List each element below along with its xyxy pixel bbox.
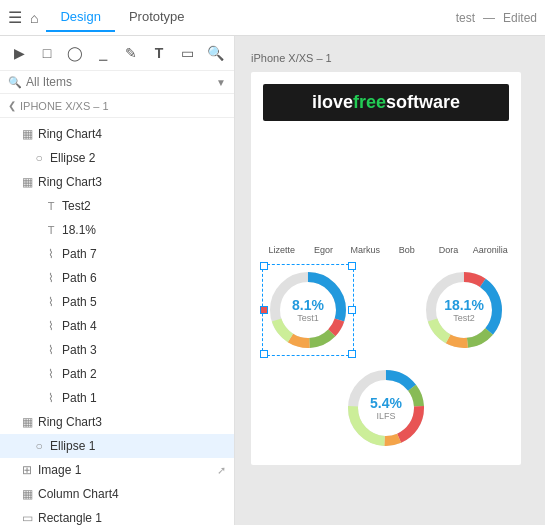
donut-1[interactable]: 8.1% Test1 (263, 265, 353, 355)
logo-free: free (353, 92, 386, 112)
project-name: test (456, 11, 475, 25)
artboard-tool[interactable]: ▭ (176, 42, 198, 64)
donut-1-center: 8.1% Test1 (292, 297, 324, 323)
layer-item-column-chart4[interactable]: ▦ Column Chart4 (0, 482, 234, 506)
layer-label: Path 2 (62, 367, 226, 381)
home-icon[interactable]: ⌂ (30, 10, 38, 26)
breadcrumb: ❮ IPHONE X/XS – 1 (0, 94, 234, 118)
layer-type-icon: ▦ (20, 127, 34, 141)
layer-item-image1[interactable]: ⊞ Image 1 ➚ (0, 458, 234, 482)
layer-type-icon: ⊞ (20, 463, 34, 477)
handle-br[interactable] (348, 350, 356, 358)
donut-2-pct: 18.1% (444, 297, 484, 313)
separator: — (483, 11, 495, 25)
donuts-row-1: 8.1% Test1 18.1% (263, 265, 509, 355)
layer-item-path4[interactable]: ⌇ Path 4 (0, 314, 234, 338)
bar-label-5: Aaronilia (471, 245, 509, 255)
donut-2[interactable]: 18.1% Test2 (419, 265, 509, 355)
layer-label: Image 1 (38, 463, 213, 477)
donut-1-pct: 8.1% (292, 297, 324, 313)
bar-label-3: Bob (388, 245, 426, 255)
layer-type-icon: ⌇ (44, 391, 58, 405)
layer-item-path3[interactable]: ⌇ Path 3 (0, 338, 234, 362)
layer-type-icon: ▦ (20, 487, 34, 501)
layer-item-ring-chart4[interactable]: ▦ Ring Chart4 (0, 122, 234, 146)
layer-item-test2[interactable]: T Test2 (0, 194, 234, 218)
layer-item-ring-chart3b[interactable]: ▦ Ring Chart3 (0, 410, 234, 434)
donut-2-label: Test2 (444, 313, 484, 323)
layer-type-icon: ⌇ (44, 247, 58, 261)
logo-bar: ilovefreesoftware (263, 84, 509, 121)
handle-right[interactable] (348, 306, 356, 314)
bar-chart (263, 131, 509, 241)
top-bar-tabs: Design Prototype (46, 3, 198, 32)
layer-label: Path 1 (62, 391, 226, 405)
line-tool[interactable]: ⎯ (92, 42, 114, 64)
dropdown-arrow-icon[interactable]: ▼ (216, 77, 226, 88)
donut-1-label: Test1 (292, 313, 324, 323)
donut-3-label: ILFS (370, 411, 402, 421)
tab-prototype[interactable]: Prototype (115, 3, 199, 32)
layer-label: Ring Chart3 (38, 175, 226, 189)
layer-label: Column Chart4 (38, 487, 226, 501)
layer-item-path6[interactable]: ⌇ Path 6 (0, 266, 234, 290)
layer-item-path5[interactable]: ⌇ Path 5 (0, 290, 234, 314)
layer-list: ▦ Ring Chart4 ○ Ellipse 2 ▦ Ring Chart3 … (0, 118, 234, 525)
bar-label-1: Egor (305, 245, 343, 255)
logo-software: software (386, 92, 460, 112)
ellipse-tool[interactable]: ◯ (64, 42, 86, 64)
layer-item-path7[interactable]: ⌇ Path 7 (0, 242, 234, 266)
layer-type-icon: ○ (32, 151, 46, 165)
layer-label: Path 5 (62, 295, 226, 309)
breadcrumb-back-icon[interactable]: ❮ (8, 100, 16, 111)
sidebar: ▶ □ ◯ ⎯ ✎ T ▭ 🔍 🔍 ▼ ❮ IPHONE X/XS – 1 ▦ … (0, 36, 235, 525)
cursor-tool[interactable]: ▶ (8, 42, 30, 64)
text-tool[interactable]: T (148, 42, 170, 64)
donut-3-pct: 5.4% (370, 395, 402, 411)
top-bar: ☰ ⌂ Design Prototype test — Edited (0, 0, 545, 36)
bar-label-4: Dora (430, 245, 468, 255)
search-input[interactable] (26, 75, 212, 89)
donuts-row-2: 5.4% ILFS (263, 363, 509, 453)
breadcrumb-label: IPHONE X/XS – 1 (20, 100, 109, 112)
handle-tl[interactable] (260, 262, 268, 270)
edit-status: Edited (503, 11, 537, 25)
tab-design[interactable]: Design (46, 3, 114, 32)
layer-item-ellipse2[interactable]: ○ Ellipse 2 (0, 146, 234, 170)
canvas-area[interactable]: iPhone X/XS – 1 ilovefreesoftware Lizett… (235, 36, 545, 525)
layer-item-ring-chart3a[interactable]: ▦ Ring Chart3 (0, 170, 234, 194)
pen-tool[interactable]: ✎ (120, 42, 142, 64)
external-link-icon: ➚ (217, 464, 226, 477)
zoom-tool[interactable]: 🔍 (204, 42, 226, 64)
layer-type-icon: ⌇ (44, 319, 58, 333)
handle-bl[interactable] (260, 350, 268, 358)
layer-label: Path 4 (62, 319, 226, 333)
bar-label-0: Lizette (263, 245, 301, 255)
handle-tr[interactable] (348, 262, 356, 270)
layer-label: Ellipse 1 (50, 439, 226, 453)
layer-label: 18.1% (62, 223, 226, 237)
layer-item-18pct[interactable]: T 18.1% (0, 218, 234, 242)
bar-labels: LizetteEgorMarkusBobDoraAaronilia (263, 245, 509, 255)
layer-type-icon: ⌇ (44, 271, 58, 285)
layer-item-ellipse1[interactable]: ○ Ellipse 1 (0, 434, 234, 458)
menu-icon[interactable]: ☰ (8, 8, 22, 27)
donut-3[interactable]: 5.4% ILFS (341, 363, 431, 453)
layer-type-icon: T (44, 200, 58, 212)
rect-tool[interactable]: □ (36, 42, 58, 64)
logo-ilove: ilove (312, 92, 353, 112)
layer-type-icon: ▦ (20, 175, 34, 189)
layer-label: Path 6 (62, 271, 226, 285)
handle-left[interactable] (260, 306, 268, 314)
layer-type-icon: ⌇ (44, 367, 58, 381)
layer-type-icon: ○ (32, 439, 46, 453)
layer-type-icon: ⌇ (44, 343, 58, 357)
sidebar-toolbar: ▶ □ ◯ ⎯ ✎ T ▭ 🔍 (0, 36, 234, 71)
layer-item-path2[interactable]: ⌇ Path 2 (0, 362, 234, 386)
sidebar-search: 🔍 ▼ (0, 71, 234, 94)
layer-label: Rectangle 1 (38, 511, 226, 525)
layer-item-rectangle1[interactable]: ▭ Rectangle 1 (0, 506, 234, 525)
layer-label: Ring Chart3 (38, 415, 226, 429)
layer-item-path1[interactable]: ⌇ Path 1 (0, 386, 234, 410)
layer-label: Path 7 (62, 247, 226, 261)
